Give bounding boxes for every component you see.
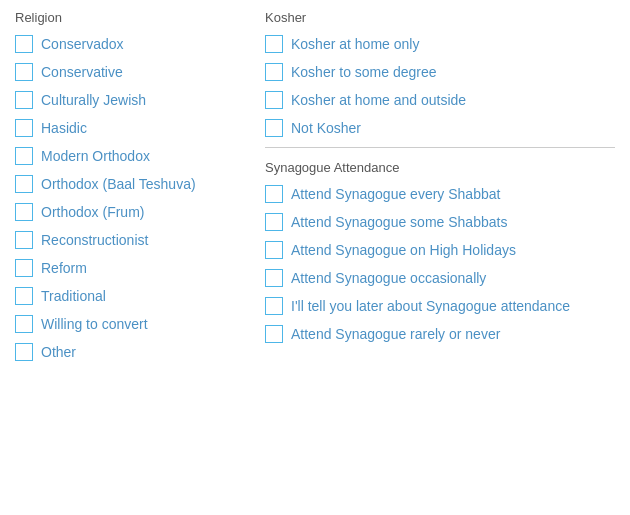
checkbox-box[interactable] <box>15 203 33 221</box>
checkbox-label: Attend Synagogue every Shabbat <box>291 186 500 202</box>
checkbox-item[interactable]: Modern Orthodox <box>15 147 255 165</box>
checkbox-box[interactable] <box>15 119 33 137</box>
checkbox-box[interactable] <box>15 175 33 193</box>
checkbox-item[interactable]: Attend Synagogue occasionally <box>265 269 615 287</box>
checkbox-label: Orthodox (Frum) <box>41 204 144 220</box>
checkbox-label: Orthodox (Baal Teshuva) <box>41 176 196 192</box>
religion-header: Religion <box>15 10 255 25</box>
checkbox-item[interactable]: Orthodox (Frum) <box>15 203 255 221</box>
checkbox-box[interactable] <box>265 119 283 137</box>
checkbox-item[interactable]: Hasidic <box>15 119 255 137</box>
checkbox-item[interactable]: Traditional <box>15 287 255 305</box>
checkbox-label: Attend Synagogue on High Holidays <box>291 242 516 258</box>
checkbox-item[interactable]: Reconstructionist <box>15 231 255 249</box>
checkbox-box[interactable] <box>265 63 283 81</box>
checkbox-label: Hasidic <box>41 120 87 136</box>
checkbox-box[interactable] <box>15 35 33 53</box>
checkbox-item[interactable]: Attend Synagogue some Shabbats <box>265 213 615 231</box>
checkbox-label: Attend Synagogue rarely or never <box>291 326 500 342</box>
checkbox-box[interactable] <box>15 147 33 165</box>
checkbox-item[interactable]: Culturally Jewish <box>15 91 255 109</box>
checkbox-label: Traditional <box>41 288 106 304</box>
checkbox-box[interactable] <box>15 315 33 333</box>
checkbox-item[interactable]: Orthodox (Baal Teshuva) <box>15 175 255 193</box>
right-column: Kosher Kosher at home onlyKosher to some… <box>255 10 615 371</box>
checkbox-label: Attend Synagogue some Shabbats <box>291 214 507 230</box>
checkbox-box[interactable] <box>265 185 283 203</box>
checkbox-item[interactable]: Attend Synagogue every Shabbat <box>265 185 615 203</box>
checkbox-label: Reform <box>41 260 87 276</box>
checkbox-label: Conservadox <box>41 36 124 52</box>
kosher-header: Kosher <box>265 10 615 25</box>
checkbox-item[interactable]: Attend Synagogue rarely or never <box>265 325 615 343</box>
synagogue-header: Synagogue Attendance <box>265 160 615 175</box>
checkbox-item[interactable]: Conservative <box>15 63 255 81</box>
checkbox-label: Kosher to some degree <box>291 64 437 80</box>
religion-column: Religion ConservadoxConservativeCultural… <box>15 10 255 371</box>
checkbox-item[interactable]: Reform <box>15 259 255 277</box>
checkbox-item[interactable]: Attend Synagogue on High Holidays <box>265 241 615 259</box>
checkbox-label: Modern Orthodox <box>41 148 150 164</box>
checkbox-box[interactable] <box>265 325 283 343</box>
checkbox-box[interactable] <box>265 91 283 109</box>
checkbox-label: Not Kosher <box>291 120 361 136</box>
checkbox-box[interactable] <box>265 241 283 259</box>
checkbox-box[interactable] <box>265 269 283 287</box>
checkbox-item[interactable]: Willing to convert <box>15 315 255 333</box>
checkbox-box[interactable] <box>265 35 283 53</box>
checkbox-item[interactable]: Conservadox <box>15 35 255 53</box>
checkbox-box[interactable] <box>265 213 283 231</box>
checkbox-item[interactable]: Kosher at home only <box>265 35 615 53</box>
checkbox-label: Kosher at home and outside <box>291 92 466 108</box>
checkbox-label: Conservative <box>41 64 123 80</box>
checkbox-label: Kosher at home only <box>291 36 419 52</box>
checkbox-box[interactable] <box>15 259 33 277</box>
checkbox-label: Willing to convert <box>41 316 148 332</box>
checkbox-label: Other <box>41 344 76 360</box>
checkbox-item[interactable]: I'll tell you later about Synagogue atte… <box>265 297 615 315</box>
checkbox-item[interactable]: Kosher at home and outside <box>265 91 615 109</box>
checkbox-box[interactable] <box>15 231 33 249</box>
checkbox-item[interactable]: Other <box>15 343 255 361</box>
divider <box>265 147 615 148</box>
checkbox-item[interactable]: Kosher to some degree <box>265 63 615 81</box>
checkbox-label: I'll tell you later about Synagogue atte… <box>291 298 570 314</box>
checkbox-box[interactable] <box>15 287 33 305</box>
checkbox-label: Attend Synagogue occasionally <box>291 270 486 286</box>
checkbox-box[interactable] <box>15 343 33 361</box>
checkbox-box[interactable] <box>15 63 33 81</box>
checkbox-label: Culturally Jewish <box>41 92 146 108</box>
checkbox-item[interactable]: Not Kosher <box>265 119 615 137</box>
checkbox-box[interactable] <box>15 91 33 109</box>
checkbox-box[interactable] <box>265 297 283 315</box>
checkbox-label: Reconstructionist <box>41 232 148 248</box>
